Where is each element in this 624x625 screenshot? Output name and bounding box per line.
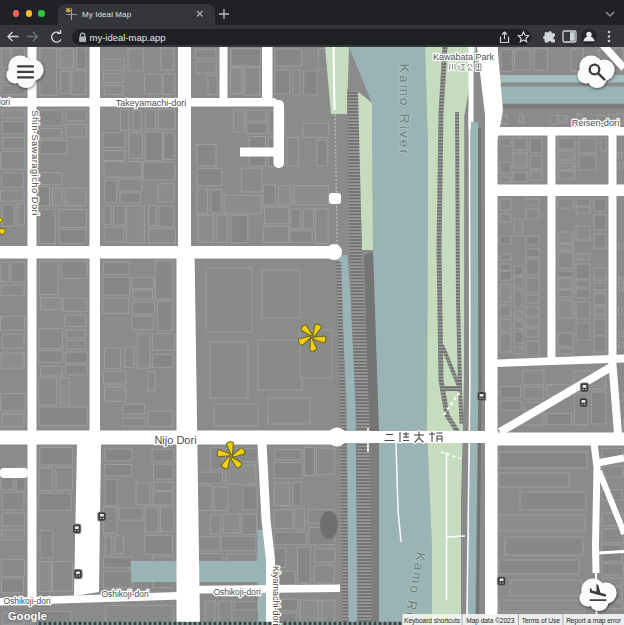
svg-text:Kawabata Park: Kawabata Park: [433, 52, 495, 62]
svg-text:Reisen-dori: Reisen-dori: [572, 118, 620, 128]
svg-text:dori: dori: [0, 97, 10, 107]
svg-text:Kamo River: Kamo River: [397, 64, 412, 157]
svg-text:Oshikoji-dori: Oshikoji-dori: [101, 589, 148, 599]
svg-text:Terms of Use: Terms of Use: [522, 617, 561, 624]
svg-text:Oshikoji-dori: Oshikoji-dori: [213, 587, 260, 597]
svg-text:Keyboard shortcuts: Keyboard shortcuts: [404, 617, 461, 625]
svg-text:Oshikoji-dori: Oshikoji-dori: [3, 596, 50, 606]
svg-text:Nijo Dori: Nijo Dori: [154, 434, 196, 446]
svg-text:Kiyamachi-dori: Kiyamachi-dori: [271, 566, 281, 625]
svg-text:Shin-Sawaragicho Dori: Shin-Sawaragicho Dori: [30, 110, 40, 216]
svg-text:Map data ©2023: Map data ©2023: [466, 617, 515, 625]
svg-text:Report a map error: Report a map error: [566, 617, 622, 625]
svg-text:Takeyamachi-dori: Takeyamachi-dori: [116, 98, 187, 108]
svg-text:Google: Google: [8, 610, 47, 622]
